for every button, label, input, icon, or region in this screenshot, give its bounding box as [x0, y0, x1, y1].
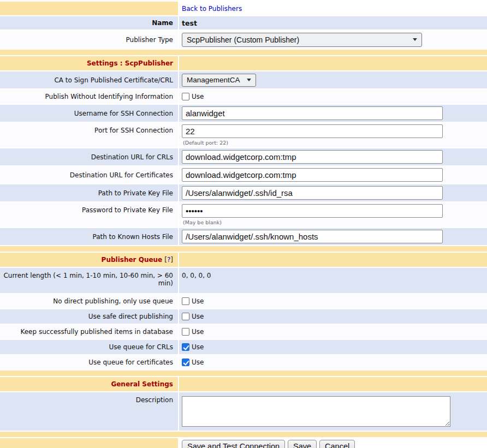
private-key-password-label: Password to Private Key File	[0, 202, 178, 227]
username-input[interactable]	[182, 106, 443, 120]
general-settings-header-row: General Settings	[0, 377, 487, 391]
name-label: Name	[0, 16, 178, 29]
queue-safe-direct-checkbox-label: Use	[192, 313, 204, 320]
private-key-cell	[179, 184, 487, 201]
edit-publisher-form: Back to Publishers Name test Publisher T…	[0, 0, 487, 448]
settings-section-header: Settings : ScpPublisher	[0, 56, 178, 70]
cert-url-input[interactable]	[182, 168, 443, 182]
description-row: Description	[0, 392, 487, 431]
save-button[interactable]: Save	[288, 440, 317, 448]
port-row: Port for SSH Connection (Default port: 2…	[0, 123, 487, 147]
ca-row: CA to Sign Published Certificate/CRL Man…	[0, 71, 487, 88]
private-key-password-input[interactable]	[182, 204, 443, 218]
username-row: Username for SSH Connection	[0, 105, 487, 122]
back-link-cell: Back to Publishers	[179, 2, 487, 15]
general-settings-section-header: General Settings	[0, 377, 178, 391]
queue-length-label: Current length (< 1 min, 1-10 min, 10-60…	[0, 268, 178, 293]
queue-safe-direct-checkbox[interactable]	[182, 313, 189, 320]
queue-for-certificates-row: Use queue for certificates Use	[0, 355, 487, 369]
known-hosts-cell	[179, 228, 487, 245]
queue-keep-published-checkbox[interactable]	[182, 328, 189, 336]
queue-for-crls-row: Use queue for CRLs Use	[0, 340, 487, 354]
port-hint: (Default port: 22)	[182, 140, 228, 146]
queue-no-direct-cell: Use	[179, 294, 487, 308]
anonymize-row: Publish Without Identifying Information …	[0, 89, 487, 104]
cert-url-label: Destination URL for Certificates	[0, 166, 178, 183]
crl-url-row: Destination URL for CRLs	[0, 148, 487, 165]
queue-for-crls-checkbox[interactable]	[182, 343, 189, 351]
queue-for-certificates-checkbox[interactable]	[182, 359, 189, 366]
queue-header-row: Publisher Queue [?]	[0, 253, 487, 267]
help-link[interactable]: [?]	[164, 256, 173, 264]
queue-keep-published-row: Keep successfully published items in dat…	[0, 325, 487, 339]
queue-for-certificates-checkbox-label: Use	[192, 359, 204, 366]
cert-url-row: Destination URL for Certificates	[0, 166, 487, 183]
queue-for-crls-checkbox-label: Use	[192, 343, 204, 351]
name-row: Name test	[0, 16, 487, 29]
cert-url-cell	[179, 166, 487, 183]
queue-for-crls-label: Use queue for CRLs	[0, 340, 178, 354]
description-cell	[179, 392, 487, 431]
queue-keep-published-cell: Use	[179, 325, 487, 339]
queue-no-direct-checkbox-label: Use	[192, 297, 204, 305]
private-key-input[interactable]	[182, 186, 443, 200]
publisher-type-select[interactable]: ScpPublisher (Custom Publisher)	[182, 33, 422, 47]
queue-header-cell: Publisher Queue [?]	[0, 253, 178, 267]
port-label: Port for SSH Connection	[0, 123, 178, 147]
publisher-type-cell: ScpPublisher (Custom Publisher)	[179, 31, 487, 49]
queue-section-header: Publisher Queue	[102, 256, 163, 264]
name-value: test	[179, 16, 487, 29]
private-key-password-hint: (May be blank)	[182, 219, 222, 225]
queue-no-direct-label: No direct publishing, only use queue	[0, 294, 178, 308]
chevron-down-icon	[247, 79, 251, 81]
username-label: Username for SSH Connection	[0, 105, 178, 122]
queue-no-direct-checkbox[interactable]	[182, 297, 189, 305]
queue-length-row: Current length (< 1 min, 1-10 min, 10-60…	[0, 268, 487, 293]
port-input[interactable]	[182, 124, 443, 138]
known-hosts-input[interactable]	[182, 230, 443, 243]
anonymize-cell: Use	[179, 89, 487, 104]
actions-row: Save and Test Connection Save Cancel	[0, 438, 487, 448]
queue-keep-published-label: Keep successfully published items in dat…	[0, 325, 178, 339]
publisher-type-selected-option: ScpPublisher (Custom Publisher)	[187, 35, 299, 44]
chevron-down-icon	[413, 38, 417, 41]
actions-spacer-cell	[0, 438, 178, 448]
description-textarea[interactable]	[182, 396, 450, 427]
anonymize-checkbox[interactable]	[182, 93, 189, 100]
crl-url-label: Destination URL for CRLs	[0, 148, 178, 165]
private-key-password-row: Password to Private Key File (May be bla…	[0, 202, 487, 227]
description-label: Description	[0, 392, 178, 431]
ca-selected-option: ManagementCA	[187, 76, 240, 84]
crl-url-cell	[179, 148, 487, 165]
queue-safe-direct-row: Use safe direct publishing Use	[0, 309, 487, 324]
known-hosts-label: Path to Known Hosts File	[0, 228, 178, 245]
back-to-publishers-link[interactable]: Back to Publishers	[182, 5, 242, 13]
ca-select[interactable]: ManagementCA	[182, 74, 256, 87]
private-key-row: Path to Private Key File	[0, 184, 487, 201]
ca-cell: ManagementCA	[179, 71, 487, 88]
private-key-password-cell: (May be blank)	[179, 202, 487, 227]
section-separator	[0, 432, 487, 437]
ca-label: CA to Sign Published Certificate/CRL	[0, 71, 178, 88]
queue-safe-direct-cell: Use	[179, 309, 487, 324]
username-cell	[179, 105, 487, 122]
queue-for-crls-cell: Use	[179, 340, 487, 354]
queue-header-filler-cell	[179, 253, 487, 267]
crl-url-input[interactable]	[182, 150, 443, 164]
back-link-row: Back to Publishers	[0, 2, 487, 15]
port-cell: (Default port: 22)	[179, 123, 487, 147]
section-separator	[0, 246, 487, 252]
help-bracket-close: ]	[170, 256, 173, 264]
anonymize-label: Publish Without Identifying Information	[0, 89, 178, 104]
publisher-type-row: Publisher Type ScpPublisher (Custom Publ…	[0, 31, 487, 49]
cancel-button[interactable]: Cancel	[319, 440, 355, 448]
save-and-test-button[interactable]: Save and Test Connection	[182, 440, 285, 448]
queue-no-direct-row: No direct publishing, only use queue Use	[0, 294, 487, 308]
queue-for-certificates-cell: Use	[179, 355, 487, 369]
general-settings-header-filler-cell	[179, 377, 487, 391]
actions-cell: Save and Test Connection Save Cancel	[179, 438, 487, 448]
anonymize-checkbox-label: Use	[192, 93, 204, 100]
queue-for-certificates-label: Use queue for certificates	[0, 355, 178, 369]
settings-header-filler-cell	[179, 56, 487, 70]
queue-length-value: 0, 0, 0, 0	[179, 268, 487, 293]
